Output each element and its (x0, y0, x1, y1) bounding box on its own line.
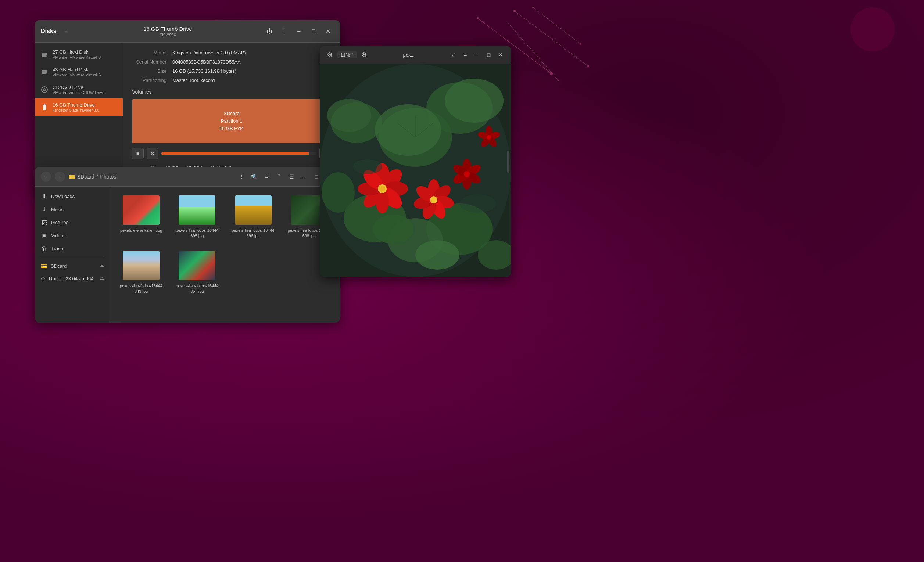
svg-point-6 (532, 7, 534, 8)
files-sort-button[interactable]: ˅ (274, 172, 284, 182)
svg-point-72 (373, 215, 414, 244)
nav-forward-button: › (55, 172, 65, 182)
sdcard-eject-button[interactable]: ⏏ (100, 263, 104, 269)
breadcrumb-icon: 💳 (69, 174, 75, 179)
disk-titlebar-controls: ⏻ ⋮ – □ ✕ (264, 25, 334, 37)
stop-button[interactable]: ■ (132, 148, 144, 159)
files-minimize-button[interactable]: – (299, 172, 309, 182)
disk-window-subtitle: /dev/sdc (159, 32, 176, 37)
sidebar-item-label-music: Music (51, 207, 64, 212)
breadcrumb: 💳 SDcard / Photos (69, 174, 232, 179)
sidebar-item-label-pictures: Pictures (51, 220, 68, 225)
file-name-0: pexels-elene-kare....jpg (120, 228, 162, 233)
zoom-controls: 11% ˅ (325, 49, 369, 60)
svg-point-11 (46, 55, 47, 57)
partition-bar[interactable]: SDcard Partition 1 16 GB Ext4 (132, 99, 331, 143)
pictures-icon: 🖼 (41, 219, 47, 226)
viewer-menu-button[interactable]: ≡ (460, 49, 471, 60)
disk-item-16gb-thumb[interactable]: 16 GB Thumb Drive Kingston DataTraveler … (35, 99, 123, 116)
svg-point-71 (487, 135, 491, 140)
sidebar-item-videos[interactable]: ▣ Videos (35, 229, 110, 242)
cd-dvd-icon (41, 86, 48, 93)
thumb-image-4 (123, 251, 159, 280)
thumb-image-2 (235, 196, 272, 225)
svg-point-5 (513, 10, 516, 12)
disk-info-partitioning: Partitioning Master Boot Record (132, 78, 331, 83)
thumb-image-1 (178, 196, 215, 225)
svg-point-14 (46, 73, 47, 74)
disk-menu-button[interactable]: ≡ (60, 25, 72, 37)
svg-point-73 (416, 240, 459, 270)
file-item-2[interactable]: pexels-lisa-fotios-16444696.jpg (228, 193, 278, 242)
file-item-1[interactable]: pexels-lisa-fotios-16444695.jpg (172, 193, 222, 242)
file-thumb-5 (178, 251, 215, 280)
viewer-close-button[interactable]: ✕ (495, 49, 506, 60)
file-item-5[interactable]: pexels-lisa-fotios-16444857.jpg (172, 248, 222, 297)
disk-item-27gb[interactable]: 27 GB Hard Disk VMware, VMware Virtual S (35, 46, 123, 63)
disk-maximize-button[interactable]: □ (308, 25, 320, 37)
ubuntu-eject-button[interactable]: ⏏ (100, 276, 104, 281)
svg-point-76 (322, 172, 355, 213)
file-thumb-1 (178, 196, 215, 225)
disk-item-cddvd[interactable]: CD/DVD Drive VMware Virtu... CDRW Drive (35, 81, 123, 99)
disk-item-43gb[interactable]: 43 GB Hard Disk VMware, VMware Virtual S (35, 63, 123, 81)
disk-more-button[interactable]: ⋮ (278, 25, 290, 37)
sidebar-item-downloads[interactable]: ⬇ Downloads (35, 190, 110, 203)
thumb-image-0 (123, 196, 159, 225)
svg-point-16 (42, 87, 47, 93)
settings-button[interactable]: ⚙ (147, 148, 158, 159)
sidebar-item-sdcard[interactable]: 💳 SDcard ⏏ (35, 260, 110, 272)
svg-point-30 (445, 79, 504, 123)
scroll-indicator (507, 151, 509, 173)
svg-point-9 (580, 43, 582, 45)
files-body: ⬇ Downloads ♩ Music 🖼 Pictures ▣ Videos … (35, 187, 340, 323)
partition-label: SDcard Partition 1 16 GB Ext4 (219, 110, 244, 133)
music-icon: ♩ (41, 206, 47, 213)
viewer-expand-button[interactable]: ⤢ (448, 49, 459, 60)
svg-line-2 (533, 7, 581, 44)
svg-rect-19 (44, 104, 45, 105)
sidebar-item-label-trash: Trash (51, 246, 63, 251)
svg-point-32 (327, 99, 371, 132)
sidebar-item-pictures[interactable]: 🖼 Pictures (35, 216, 110, 229)
files-grid-view-button[interactable]: ☰ (286, 172, 297, 182)
sidebar-item-music[interactable]: ♩ Music (35, 203, 110, 216)
sidebar-item-label-videos: Videos (51, 233, 66, 238)
file-name-1: pexels-lisa-fotios-16444695.jpg (175, 228, 219, 239)
sidebar-item-trash[interactable]: 🗑 Trash (35, 242, 110, 255)
file-name-2: pexels-lisa-fotios-16444696.jpg (231, 228, 275, 239)
breadcrumb-part2[interactable]: Photos (100, 174, 117, 179)
files-more-button[interactable]: ⋮ (236, 172, 247, 182)
svg-point-17 (44, 88, 46, 91)
svg-line-3 (507, 22, 559, 81)
files-search-button[interactable]: 🔍 (249, 172, 259, 182)
nav-back-button[interactable]: ‹ (41, 172, 51, 182)
disk-power-button[interactable]: ⏻ (264, 25, 275, 37)
disk-close-button[interactable]: ✕ (322, 25, 334, 37)
zoom-level-display[interactable]: 11% ˅ (338, 51, 357, 58)
file-item-4[interactable]: pexels-lisa-fotios-16444843.jpg (116, 248, 166, 297)
file-item-0[interactable]: pexels-elene-kare....jpg (116, 193, 166, 242)
breadcrumb-part1[interactable]: SDcard (77, 174, 94, 179)
viewer-minimize-button[interactable]: – (472, 49, 482, 60)
files-list-view-button[interactable]: ≡ (261, 172, 272, 182)
downloads-icon: ⬇ (41, 193, 47, 199)
viewer-maximize-button[interactable]: □ (484, 49, 494, 60)
svg-rect-18 (43, 105, 46, 110)
disk-minimize-button[interactable]: – (293, 25, 305, 37)
svg-line-24 (365, 56, 366, 57)
svg-point-34 (375, 104, 441, 156)
zoom-out-button[interactable] (325, 49, 335, 60)
file-name-5: pexels-lisa-fotios-16444857.jpg (175, 283, 219, 294)
file-thumb-0 (123, 196, 159, 225)
disk-info-serial: Serial Number 00400539BC5BBF31373D55AA (132, 59, 331, 65)
disk-titlebar: Disks ≡ 16 GB Thumb Drive /dev/sdc ⏻ ⋮ –… (35, 20, 340, 43)
trash-icon: 🗑 (41, 245, 47, 252)
svg-point-4 (477, 17, 479, 19)
sidebar-item-label-downloads: Downloads (51, 194, 75, 199)
zoom-in-button[interactable] (359, 49, 369, 60)
sidebar-divider (41, 257, 104, 257)
disk-info-model: Model Kingston DataTraveler 3.0 (PMAP) (132, 50, 331, 55)
disk-window-title-area: 16 GB Thumb Drive /dev/sdc (143, 26, 192, 37)
sidebar-item-ubuntu[interactable]: ⊙ Ubuntu 23.04 amd64 ⏏ (35, 272, 110, 285)
